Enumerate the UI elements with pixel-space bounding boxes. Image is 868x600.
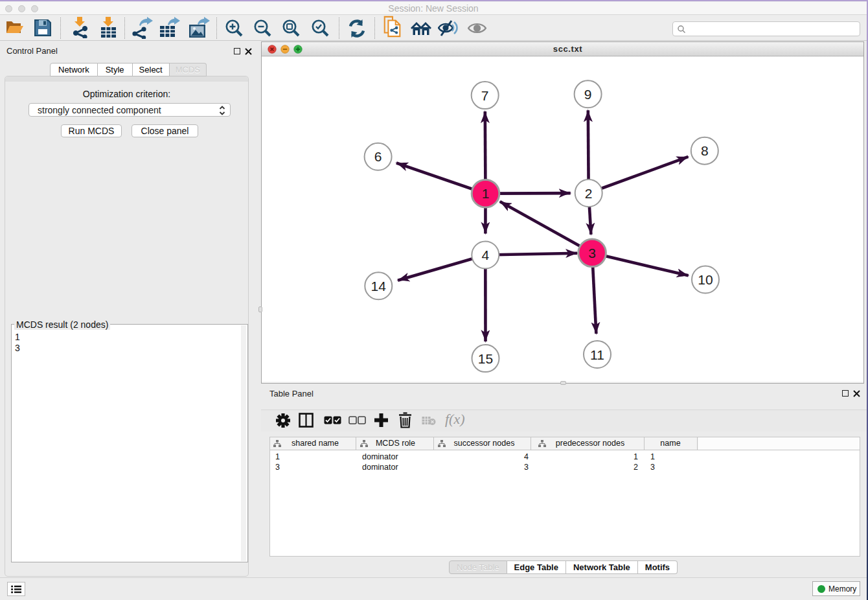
svg-text:15: 15: [478, 351, 493, 366]
svg-text:10: 10: [698, 272, 713, 287]
svg-text:2: 2: [585, 186, 593, 201]
svg-text:4: 4: [481, 248, 489, 262]
svg-text:3: 3: [588, 246, 596, 260]
svg-text:9: 9: [584, 87, 592, 102]
svg-text:1: 1: [482, 186, 490, 201]
svg-text:14: 14: [371, 279, 387, 294]
svg-text:7: 7: [481, 88, 489, 103]
svg-text:6: 6: [374, 149, 382, 164]
svg-text:11: 11: [590, 347, 604, 362]
svg-text:8: 8: [701, 143, 709, 158]
